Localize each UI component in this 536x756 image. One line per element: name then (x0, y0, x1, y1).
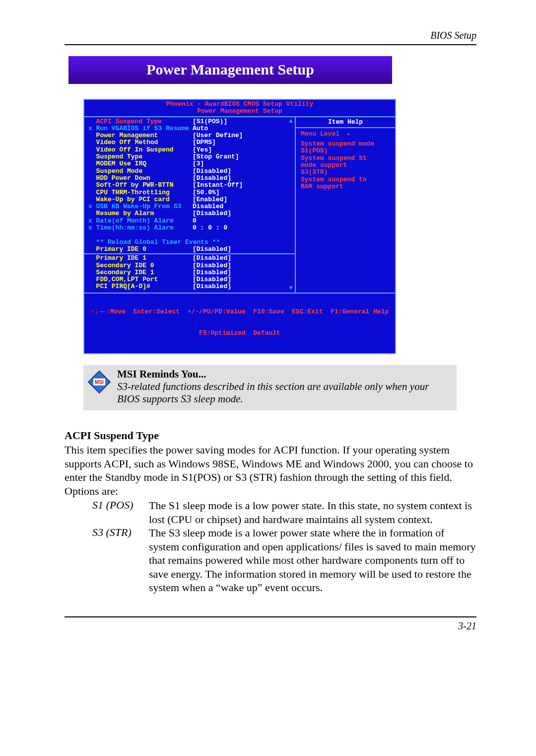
setting-label: Suspend Type (88, 153, 193, 160)
setting-value[interactable]: [User Define] (193, 132, 243, 139)
setting-label: Primary IDE 0 (88, 246, 193, 253)
bios-screenshot: Phoenix - AwardBIOS CMOS Setup Utility P… (83, 99, 396, 354)
header-rule (65, 44, 476, 45)
bios-setting-row[interactable]: Wake-Up by PCI card[Enabled] (88, 196, 292, 203)
setting-value[interactable]: Auto (193, 125, 208, 132)
setting-label: Video Off Method (88, 139, 193, 146)
setting-label: PCI PIRQ[A-D]# (88, 283, 193, 290)
setting-label: x Time(hh:mm:ss) Alarm (88, 225, 193, 231)
setting-label: FDD,COM,LPT Port (88, 276, 193, 283)
bios-setting-row[interactable]: Secondary IDE 0[Disabled] (88, 262, 292, 269)
setting-value[interactable]: [Disabled] (193, 175, 231, 182)
bios-setting-row[interactable]: Suspend Type[Stop Grant] (88, 153, 292, 160)
setting-label: Power Management (88, 132, 193, 139)
definition-row: S1 (POS)The S1 sleep mode is a low power… (92, 499, 476, 526)
setting-value[interactable]: 0 (193, 218, 197, 225)
definition-row: S3 (STR)The S3 sleep mode is a lower pow… (92, 526, 476, 595)
msi-heading: MSI Reminds You... (117, 368, 206, 380)
help-line: RAM support (301, 183, 390, 190)
bios-setting-row[interactable]: PCI PIRQ[A-D]#[Disabled] (88, 283, 292, 290)
bios-utility-header: Phoenix - AwardBIOS CMOS Setup Utility P… (84, 100, 395, 116)
menu-level: Menu Level ▸ (301, 131, 390, 138)
setting-value[interactable]: [Disabled] (193, 269, 231, 276)
bios-scrollbar[interactable]: ▲ ▼ (288, 118, 294, 292)
chevron-right-icon: ▸ (347, 131, 351, 137)
bios-setting-row[interactable]: Primary IDE 0[Disabled] (88, 246, 292, 253)
bios-setting-row[interactable]: x USB KB Wake-Up From S3Disabled (88, 203, 292, 210)
setting-label: x Run VGABIOS if S3 Resume (88, 125, 193, 132)
setting-value[interactable]: [Instant-Off] (193, 182, 243, 189)
bios-setting-row[interactable]: Primary IDE 1[Disabled] (88, 255, 292, 262)
setting-label: Soft-Off by PWR-BTTN (88, 182, 193, 189)
setting-label: CPU THRM-Throttling (88, 189, 193, 196)
bios-screen-title: Power Management Setup (84, 108, 395, 115)
setting-value[interactable]: [Disabled] (193, 255, 231, 262)
bios-help-panel: Item Help Menu Level ▸ System suspend mo… (296, 117, 395, 293)
definition-term: S3 (STR) (92, 526, 149, 595)
setting-value[interactable]: [Disabled] (193, 210, 231, 217)
setting-label: HDD Power Down (88, 175, 193, 182)
msi-reminder-box: MSI MSI Reminds You... S3-related functi… (83, 365, 457, 410)
setting-label: Resume by Alarm (88, 210, 193, 217)
setting-label: Suspend Mode (88, 168, 193, 175)
scroll-down-icon[interactable]: ▼ (289, 285, 292, 292)
header-section-label: BIOS Setup (65, 30, 476, 41)
help-title: Item Help (296, 117, 395, 128)
setting-value[interactable]: [Yes] (193, 147, 212, 153)
definition-desc: The S1 sleep mode is a low power state. … (149, 499, 476, 526)
setting-value[interactable]: [S1(POS)] (193, 118, 227, 125)
setting-value[interactable]: [Stop Grant] (193, 153, 239, 160)
setting-label: x USB KB Wake-Up From S3 (88, 203, 193, 210)
bios-setting-row[interactable]: Video Off Method[DPMS] (88, 139, 292, 146)
bios-setting-row[interactable]: CPU THRM-Throttling[50.0%] (88, 189, 292, 196)
setting-value[interactable]: Disabled (193, 203, 223, 210)
setting-label: Secondary IDE 0 (88, 262, 193, 269)
bios-setting-row[interactable]: x Time(hh:mm:ss) Alarm0 : 0 : 0 (88, 225, 292, 231)
setting-label: ACPI Suspend Type (88, 118, 193, 125)
setting-value[interactable]: [50.0%] (193, 189, 220, 196)
help-line: mode support (301, 162, 390, 169)
bios-setting-row[interactable]: x Date(of Month) Alarm0 (88, 218, 292, 225)
setting-value[interactable]: [Disabled] (193, 246, 231, 253)
bios-setting-row[interactable]: x Run VGABIOS if S3 ResumeAuto (88, 125, 292, 132)
setting-value[interactable]: [Enabled] (193, 196, 227, 203)
help-line: System suspend S1 (301, 155, 390, 162)
setting-value[interactable]: [DPMS] (193, 139, 216, 146)
bios-setting-row[interactable]: Power Management[User Define] (88, 132, 292, 139)
section-paragraph: This item specifies the power saving mod… (65, 443, 476, 498)
bios-setting-row[interactable]: HDD Power Down[Disabled] (88, 175, 292, 182)
help-line: System suspend mode (301, 141, 390, 148)
bios-setting-row[interactable]: Resume by Alarm[Disabled] (88, 210, 292, 217)
scroll-up-icon[interactable]: ▲ (289, 118, 292, 125)
bios-setting-row[interactable]: MODEM Use IRQ[3] (88, 160, 292, 167)
setting-value[interactable]: [Disabled] (193, 283, 231, 290)
bios-utility-line: Phoenix - AwardBIOS CMOS Setup Utility (84, 101, 395, 108)
page-title: Power Management Setup (68, 56, 392, 84)
bios-footer-line1: ↑↓→←:Move Enter:Select +/-/PU/PD:Value F… (86, 308, 393, 315)
setting-value[interactable]: [Disabled] (193, 262, 231, 269)
definition-list: S1 (POS)The S1 sleep mode is a low power… (92, 499, 476, 595)
setting-value[interactable]: [3] (193, 160, 204, 167)
bios-setting-row[interactable]: Suspend Mode[Disabled] (88, 168, 292, 175)
help-line: S3(STR) (301, 169, 390, 176)
setting-value[interactable]: 0 : 0 : 0 (193, 225, 227, 231)
bios-settings-list: ACPI Suspend Type[S1(POS)]x Run VGABIOS … (84, 117, 296, 293)
setting-value[interactable]: [Disabled] (193, 168, 231, 175)
help-line: S1(POS) (301, 148, 390, 154)
definition-term: S1 (POS) (92, 499, 149, 526)
setting-label: Primary IDE 1 (88, 255, 193, 262)
bios-setting-row[interactable]: Soft-Off by PWR-BTTN[Instant-Off] (88, 182, 292, 189)
bios-setting-row[interactable]: Video Off In Suspend[Yes] (88, 147, 292, 153)
bios-setting-row[interactable]: FDD,COM,LPT Port[Disabled] (88, 276, 292, 283)
bios-setting-row[interactable]: ACPI Suspend Type[S1(POS)] (88, 118, 292, 125)
setting-label: MODEM Use IRQ (88, 160, 193, 167)
setting-value[interactable]: [Disabled] (193, 276, 231, 283)
definition-desc: The S3 sleep mode is a lower power state… (149, 526, 476, 595)
setting-label: Wake-Up by PCI card (88, 196, 193, 203)
bios-footer-line2: F5:Optimized Default (86, 330, 393, 337)
msi-body: S3-related functions described in this s… (117, 380, 429, 405)
svg-text:MSI: MSI (95, 379, 104, 385)
msi-logo-icon: MSI (87, 370, 111, 394)
page-number: 3-21 (65, 620, 476, 632)
bios-setting-row[interactable]: Secondary IDE 1[Disabled] (88, 269, 292, 276)
